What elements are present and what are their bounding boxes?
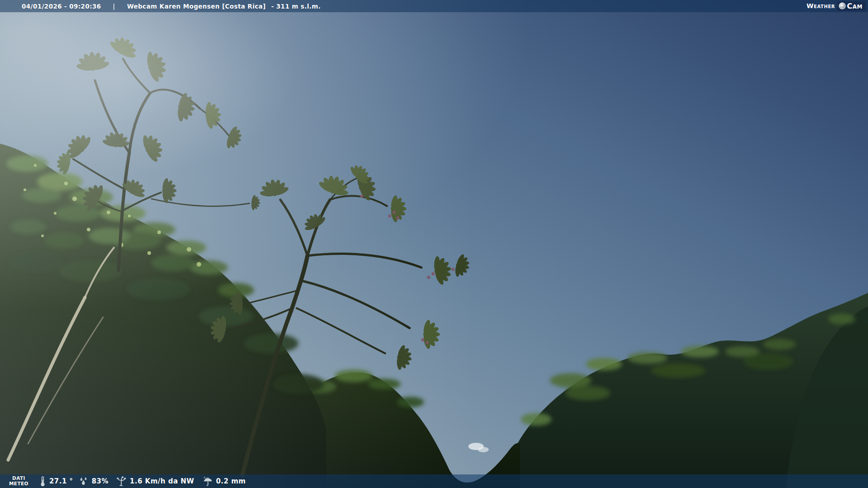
- logo-badge: Cam: [837, 1, 866, 11]
- datetime-text: 04/01/2026 - 09:20:36: [22, 3, 101, 10]
- logo-cam-text: Cam: [847, 2, 863, 10]
- rain-value: 0.2 mm: [216, 477, 246, 485]
- webcam-title-line: Webcam Karen Mogensen [Costa Rica] - 311…: [127, 3, 321, 10]
- humidity-drops-icon: [79, 476, 89, 486]
- humidity-value: 83%: [92, 477, 108, 485]
- camera-ball-icon: [840, 3, 845, 9]
- meteo-line: METEO: [9, 481, 28, 486]
- weathercam-logo: Weather Cam: [807, 1, 866, 11]
- umbrella-rain-icon: [203, 476, 213, 487]
- temperature-stat: 27.1 °: [39, 476, 73, 487]
- rain-stat: 0.2 mm: [203, 476, 246, 487]
- humidity-stat: 83%: [79, 476, 108, 486]
- dati-meteo-label: DATIMETEO: [9, 476, 28, 487]
- dati-line: DATI: [12, 475, 25, 481]
- webcam-photo-scene: [0, 0, 868, 488]
- wind-value: 1.6 Km/h da NW: [130, 477, 194, 485]
- temperature-value: 27.1 °: [49, 477, 73, 485]
- top-info-bar: 04/01/2026 - 09:20:36 | Webcam Karen Mog…: [0, 0, 868, 12]
- logo-weather-text: Weather: [807, 2, 835, 9]
- webcam-view: 04/01/2026 - 09:20:36 | Webcam Karen Mog…: [0, 0, 868, 488]
- separator: |: [113, 3, 115, 10]
- thermometer-icon: [39, 476, 46, 487]
- anemometer-icon: [116, 476, 127, 487]
- webcam-title: Webcam Karen Mogensen [Costa Rica]: [127, 3, 266, 10]
- weather-data-bar: DATIMETEO 27.1 ° 83%: [0, 474, 868, 488]
- elevation-text: - 311 m s.l.m.: [271, 3, 321, 10]
- weather-stats: 27.1 ° 83%: [39, 476, 246, 487]
- wind-stat: 1.6 Km/h da NW: [116, 476, 194, 487]
